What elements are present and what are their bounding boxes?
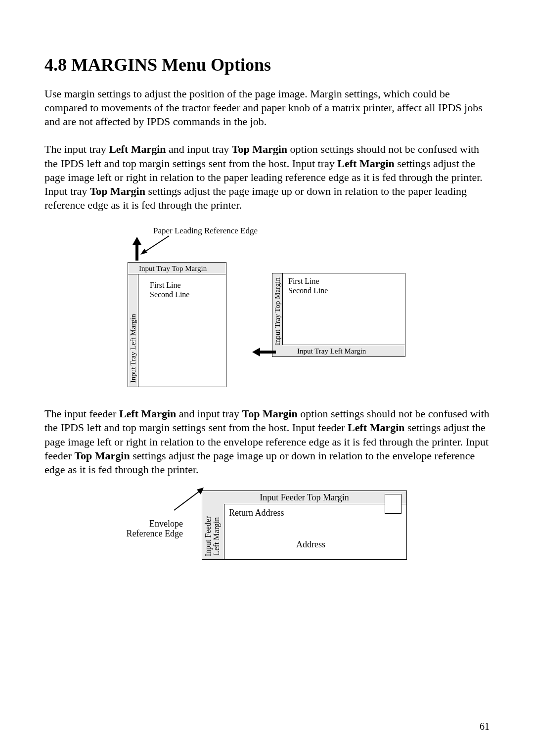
top-margin-bar: Input Tray Top Margin [272,273,283,356]
top-margin-bar: Input Feeder Top Margin [202,491,406,504]
envelope-shape: Input Feeder Top Margin Input Feeder Lef… [202,490,407,560]
label-line: Input Feeder [204,516,212,556]
text-segment: The input feeder [44,407,119,420]
diagonal-arrow-icon [173,488,204,511]
svg-line-1 [143,236,169,253]
text-segment: The input tray [44,143,109,155]
svg-line-4 [174,489,202,510]
diagonal-arrow-icon [140,235,170,255]
sample-line: First Line [288,277,319,285]
page-content-sample: First Line Second Line [150,280,189,299]
left-margin-label: Input Feeder Left Margin [204,516,221,556]
sample-line: Second Line [288,286,328,295]
portrait-page: Input Tray Top Margin Input Tray Left Ma… [128,262,226,387]
page: 4.8 MARGINS Menu Options Use margin sett… [0,0,534,756]
left-margin-bar: Input Feeder Left Margin [202,504,224,559]
top-margin-bar: Input Tray Top Margin [128,263,226,274]
envelope-margin-diagram: Envelope Reference Edge Input Feeder Top… [119,490,415,565]
address-text: Address [296,539,325,550]
bold-left-margin: Left Margin [337,157,394,170]
bold-top-margin: Top Margin [74,449,130,462]
svg-marker-3 [252,348,276,356]
return-address-text: Return Address [229,508,284,518]
text-segment: and input tray [166,143,232,155]
page-content-sample: First Line Second Line [288,276,328,295]
svg-marker-2 [140,249,147,255]
bold-left-margin: Left Margin [119,407,176,420]
sample-line: Second Line [150,290,189,299]
label-line: Reference Edge [127,529,183,538]
diagram-caption: Paper Leading Reference Edge [153,226,258,236]
label-line: Left Margin [212,517,221,555]
landscape-page: Input Tray Top Margin Input Tray Left Ma… [272,273,405,357]
page-number: 61 [480,721,490,732]
left-margin-bar: Input Tray Left Margin [282,345,405,356]
left-margin-bar: Input Tray Left Margin [128,274,138,387]
bold-top-margin: Top Margin [232,143,287,155]
paper-margin-diagram: Paper Leading Reference Edge Input Tray … [124,226,410,389]
input-tray-paragraph: The input tray Left Margin and input tra… [44,142,490,212]
label-line: Envelope [149,519,183,529]
input-feeder-paragraph: The input feeder Left Margin and input t… [44,407,490,477]
bold-left-margin: Left Margin [109,143,166,155]
bold-left-margin: Left Margin [348,421,404,434]
sample-line: First Line [150,281,181,289]
left-arrow-icon [252,348,276,356]
bold-top-margin: Top Margin [242,407,298,420]
section-heading: 4.8 MARGINS Menu Options [44,54,490,75]
envelope-edge-label: Envelope Reference Edge [119,519,183,539]
top-margin-label: Input Tray Top Margin [273,277,282,345]
text-segment: and input tray [176,407,242,420]
intro-paragraph: Use margin settings to adjust the positi… [44,87,490,129]
left-margin-label: Input Tray Left Margin [129,314,137,383]
stamp-icon [385,494,401,514]
bold-top-margin: Top Margin [90,185,145,197]
